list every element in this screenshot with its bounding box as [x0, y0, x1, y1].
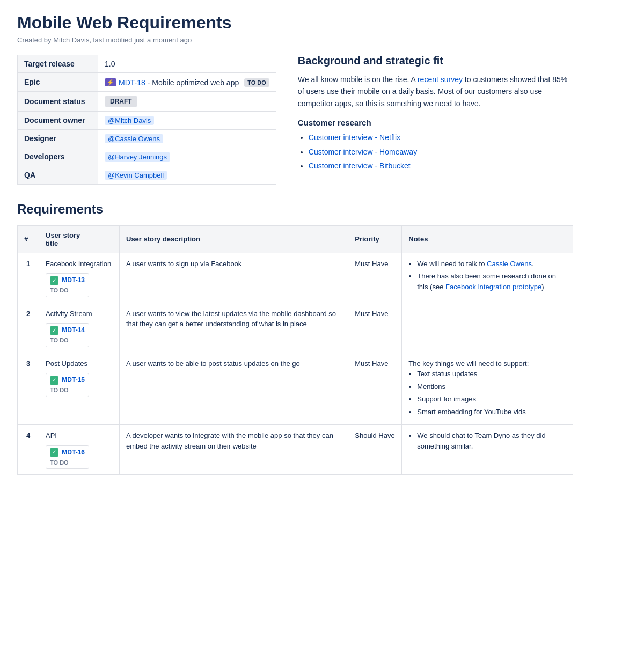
row-notes: We will need to talk to Cassie Owens. Th… [402, 253, 573, 303]
requirements-table: # User storytitle User story description… [17, 225, 573, 475]
research-link-netflix[interactable]: Customer interview - Netflix [309, 133, 400, 142]
meta-row-epic: Epic ⚡ MDT-18 - Mobile optimized web app… [18, 73, 276, 92]
row-priority: Should Have [348, 425, 402, 475]
customer-research-list: Customer interview - Netflix Customer in… [309, 131, 573, 172]
table-row: 4 API ✓ MDT-16 TO DO A developer wants t… [18, 425, 573, 475]
meta-value-target-release: 1.0 [98, 55, 276, 73]
story-badge: ✓ MDT-15 TO DO [46, 373, 89, 397]
col-header-priority: Priority [348, 225, 402, 253]
meta-label-qa: QA [18, 166, 98, 184]
research-link-bitbucket[interactable]: Customer interview - Bitbucket [309, 162, 411, 170]
row-notes: We should chat to Team Dyno as they did … [402, 425, 573, 475]
page-subtitle: Created by Mitch Davis, last modified ju… [17, 36, 573, 44]
col-header-story-desc: User story description [120, 225, 348, 253]
story-icon: ✓ [50, 326, 58, 335]
table-row: 3 Post Updates ✓ MDT-15 TO DO A user wan… [18, 353, 573, 425]
table-row: 2 Activity Stream ✓ MDT-14 TO DO A user … [18, 303, 573, 353]
story-icon: ✓ [50, 376, 58, 385]
meta-value-developers: @Harvey Jennings [98, 148, 276, 166]
recent-survey-link[interactable]: recent survey [418, 75, 463, 84]
badge-todo-text: TO DO [50, 386, 85, 395]
story-badge: ✓ MDT-13 TO DO [46, 273, 89, 297]
meta-label-document-status: Document status [18, 91, 98, 111]
row-num: 2 [18, 303, 39, 353]
story-badge: ✓ MDT-16 TO DO [46, 445, 89, 469]
row-priority: Must Have [348, 353, 402, 425]
story-title-text: Post Updates [46, 358, 113, 369]
meta-value-epic: ⚡ MDT-18 - Mobile optimized web app TO D… [98, 73, 276, 92]
background-body: We all know mobile is on the rise. A rec… [298, 74, 573, 109]
cassie-link[interactable]: Cassie Owens [487, 260, 532, 268]
meta-label-document-owner: Document owner [18, 111, 98, 129]
row-num: 3 [18, 353, 39, 425]
badge-todo-text: TO DO [50, 458, 85, 467]
story-title-text: API [46, 430, 113, 441]
top-section: Target release 1.0 Epic ⚡ MDT-18 - Mobil… [17, 55, 573, 185]
epic-link-container: ⚡ MDT-18 - Mobile optimized web app TO D… [105, 78, 269, 87]
story-title-text: Facebook Integration [46, 259, 113, 269]
row-story-desc: A user wants to sign up via Facebook [120, 253, 348, 303]
story-title-text: Activity Stream [46, 309, 113, 319]
row-story-title: API ✓ MDT-16 TO DO [39, 425, 120, 475]
customer-research-title: Customer research [298, 118, 573, 127]
page-title: Mobile Web Requirements [17, 13, 573, 33]
epic-link[interactable]: MDT-18 [119, 78, 145, 87]
epic-icon: ⚡ [105, 78, 116, 86]
meta-value-document-owner: @Mitch Davis [98, 111, 276, 129]
meta-label-designer: Designer [18, 129, 98, 148]
story-icon: ✓ [50, 276, 58, 285]
draft-badge: DRAFT [105, 96, 137, 107]
row-story-desc: A user wants to view the latest updates … [120, 303, 348, 353]
meta-value-qa: @Kevin Campbell [98, 166, 276, 184]
row-priority: Must Have [348, 253, 402, 303]
background-title: Background and strategic fit [298, 55, 573, 67]
list-item: Customer interview - Homeaway [309, 146, 573, 158]
background-text-1: We all know mobile is on the rise. A [298, 75, 418, 84]
meta-row-document-owner: Document owner @Mitch Davis [18, 111, 276, 129]
meta-row-qa: QA @Kevin Campbell [18, 166, 276, 184]
row-story-title: Facebook Integration ✓ MDT-13 TO DO [39, 253, 120, 303]
badge-todo-text: TO DO [50, 286, 85, 295]
meta-table: Target release 1.0 Epic ⚡ MDT-18 - Mobil… [17, 55, 276, 185]
table-row: 1 Facebook Integration ✓ MDT-13 TO DO A … [18, 253, 573, 303]
row-story-desc: A developer wants to integrate with the … [120, 425, 348, 475]
epic-description: - Mobile optimized web app [148, 78, 239, 87]
meta-row-designer: Designer @Cassie Owens [18, 129, 276, 148]
row-num: 4 [18, 425, 39, 475]
meta-label-target-release: Target release [18, 55, 98, 73]
story-badge: ✓ MDT-14 TO DO [46, 323, 89, 347]
row-story-title: Post Updates ✓ MDT-15 TO DO [39, 353, 120, 425]
col-header-notes: Notes [402, 225, 573, 253]
background-panel: Background and strategic fit We all know… [298, 55, 573, 185]
list-item: Customer interview - Netflix [309, 131, 573, 143]
row-story-title: Activity Stream ✓ MDT-14 TO DO [39, 303, 120, 353]
meta-label-developers: Developers [18, 148, 98, 166]
mdt-link[interactable]: MDT-16 [62, 449, 85, 456]
row-story-desc: A user wants to be able to post status u… [120, 353, 348, 425]
document-owner-mention[interactable]: @Mitch Davis [105, 116, 154, 125]
meta-row-document-status: Document status DRAFT [18, 91, 276, 111]
meta-value-designer: @Cassie Owens [98, 129, 276, 148]
col-header-story-title: User storytitle [39, 225, 120, 253]
row-priority: Must Have [348, 303, 402, 353]
epic-todo-badge: TO DO [244, 78, 269, 87]
meta-label-epic: Epic [18, 73, 98, 92]
row-notes: The key things we will need to support: … [402, 353, 573, 425]
facebook-prototype-link[interactable]: Facebook integration prototype [445, 283, 541, 291]
mdt-link[interactable]: MDT-14 [62, 326, 85, 334]
research-link-homeaway[interactable]: Customer interview - Homeaway [309, 148, 417, 156]
qa-mention[interactable]: @Kevin Campbell [105, 171, 167, 180]
row-num: 1 [18, 253, 39, 303]
mdt-link[interactable]: MDT-15 [62, 376, 85, 384]
table-header-row: # User storytitle User story description… [18, 225, 573, 253]
requirements-section-title: Requirements [17, 202, 573, 217]
mdt-link[interactable]: MDT-13 [62, 276, 85, 284]
row-notes [402, 303, 573, 353]
badge-todo-text: TO DO [50, 336, 85, 345]
col-header-num: # [18, 225, 39, 253]
meta-row-developers: Developers @Harvey Jennings [18, 148, 276, 166]
developers-mention[interactable]: @Harvey Jennings [105, 152, 170, 162]
designer-mention[interactable]: @Cassie Owens [105, 134, 163, 143]
story-icon: ✓ [50, 448, 58, 457]
meta-row-target-release: Target release 1.0 [18, 55, 276, 73]
